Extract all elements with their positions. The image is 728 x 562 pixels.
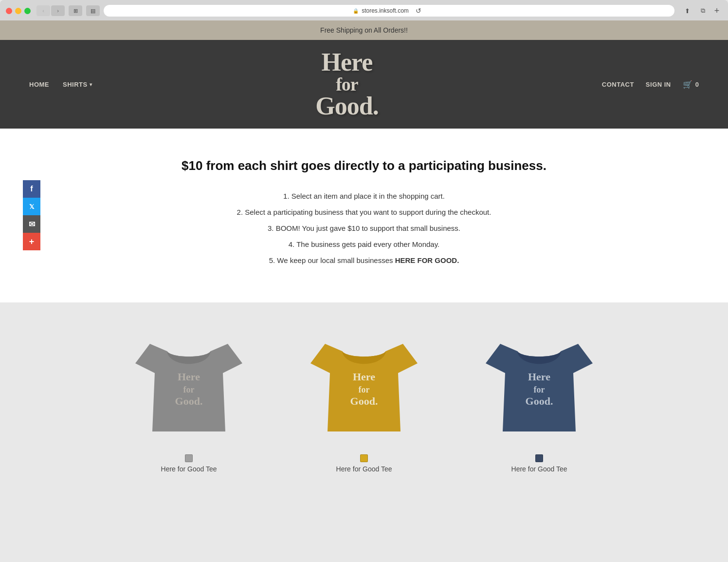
nav-left: HOME SHIRTS ▾	[29, 81, 92, 88]
swatch-gold[interactable]	[360, 454, 368, 462]
website-content: Free Shipping on All Orders!! HOME SHIRT…	[0, 20, 728, 497]
tshirt-gold: Here for Good.	[298, 322, 430, 449]
lock-icon: 🔒	[353, 8, 359, 14]
close-button[interactable]	[6, 8, 12, 14]
social-sidebar: f 𝕏 ✉ +	[23, 180, 40, 250]
back-button[interactable]: ‹	[36, 5, 50, 16]
svg-text:for: for	[359, 385, 370, 394]
forward-button[interactable]: ›	[51, 5, 65, 16]
product-swatches-gray	[185, 454, 193, 462]
minimize-button[interactable]	[15, 8, 21, 14]
main-content: $10 from each shirt goes directly to a p…	[0, 129, 728, 302]
svg-text:Here: Here	[178, 371, 200, 383]
step-1: 1. Select an item and place it in the sh…	[39, 188, 689, 204]
svg-text:Good.: Good.	[350, 395, 378, 407]
step-5: 5. We keep our local small businesses HE…	[39, 252, 689, 268]
product-name-navy: Here for Good Tee	[511, 465, 567, 473]
url-text: stores.inksoft.com	[362, 7, 409, 14]
step-5-bold: HERE FOR GOOD.	[395, 256, 459, 264]
announcement-bar: Free Shipping on All Orders!!	[0, 20, 728, 40]
facebook-share-button[interactable]: f	[23, 180, 40, 198]
products-section: Here for Good. Here for Good Tee Here f	[0, 302, 728, 497]
swatch-navy[interactable]	[535, 454, 543, 462]
product-name-gray: Here for Good Tee	[161, 465, 217, 473]
tshirt-gray: Here for Good.	[123, 322, 255, 449]
more-share-button[interactable]: +	[23, 233, 40, 250]
nav-right: CONTACT SIGN IN 🛒 0	[602, 80, 699, 89]
product-swatches-navy	[535, 454, 543, 462]
traffic-lights	[6, 8, 31, 14]
address-bar[interactable]: 🔒 stores.inksoft.com ↺	[104, 5, 674, 17]
nav-shirts[interactable]: SHIRTS ▾	[63, 81, 92, 88]
email-share-button[interactable]: ✉	[23, 215, 40, 233]
share-button[interactable]: ⬆	[680, 5, 694, 16]
reader-view-button[interactable]: ⊞	[69, 5, 82, 16]
svg-text:Here: Here	[528, 371, 550, 383]
product-card-gold[interactable]: Here for Good. Here for Good Tee	[296, 322, 432, 473]
sidebar-button[interactable]: ▤	[86, 5, 100, 16]
hero-heading: $10 from each shirt goes directly to a p…	[39, 158, 689, 174]
step-2: 2. Select a participating business that …	[39, 204, 689, 220]
browser-chrome: ‹ › ⊞ ▤ 🔒 stores.inksoft.com ↺ ⬆ ⧉ +	[0, 0, 728, 20]
site-header: HOME SHIRTS ▾ Here for Good. CONTACT SIG…	[0, 40, 728, 129]
cart-count: 0	[695, 81, 699, 88]
svg-text:Good.: Good.	[526, 395, 553, 407]
product-card-gray[interactable]: Here for Good. Here for Good Tee	[121, 322, 257, 473]
site-logo[interactable]: Here for Good.	[92, 50, 602, 119]
cart-icon: 🛒	[683, 80, 692, 89]
steps-list: 1. Select an item and place it in the sh…	[39, 188, 689, 268]
nav-signin[interactable]: SIGN IN	[646, 81, 671, 88]
product-swatches-gold	[360, 454, 368, 462]
product-card-navy[interactable]: Here for Good. Here for Good Tee	[471, 322, 607, 473]
nav-home[interactable]: HOME	[29, 81, 49, 88]
step-3: 3. BOOM! You just gave $10 to support th…	[39, 220, 689, 236]
swatch-gray[interactable]	[185, 454, 193, 462]
nav-contact[interactable]: CONTACT	[602, 81, 634, 88]
twitter-share-button[interactable]: 𝕏	[23, 198, 40, 215]
new-tab-button[interactable]: +	[711, 5, 722, 16]
reload-button[interactable]: ↺	[412, 5, 425, 16]
svg-text:for: for	[183, 385, 195, 394]
step-4: 4. The business gets paid every other Mo…	[39, 236, 689, 252]
product-name-gold: Here for Good Tee	[336, 465, 392, 473]
cart-button[interactable]: 🛒 0	[683, 80, 699, 89]
logo-text: Here for Good.	[92, 50, 602, 119]
announcement-text: Free Shipping on All Orders!!	[320, 26, 408, 34]
svg-text:for: for	[534, 385, 545, 394]
tabs-button[interactable]: ⧉	[696, 5, 710, 16]
tshirt-navy: Here for Good.	[473, 322, 605, 449]
svg-text:Good.: Good.	[175, 395, 203, 407]
maximize-button[interactable]	[24, 8, 31, 14]
svg-text:Here: Here	[353, 371, 375, 383]
